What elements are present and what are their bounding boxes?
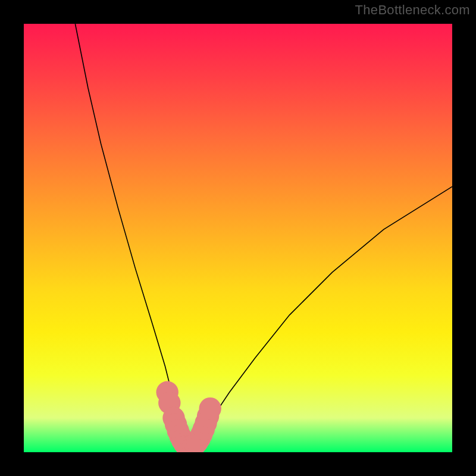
chart-frame: TheBottleneck.com bbox=[0, 0, 476, 476]
watermark-text: TheBottleneck.com bbox=[355, 2, 470, 18]
marker-group bbox=[156, 381, 221, 453]
data-marker bbox=[199, 397, 221, 419]
plot-area bbox=[24, 24, 452, 452]
bottleneck-curve bbox=[75, 24, 452, 448]
chart-svg bbox=[24, 24, 452, 452]
